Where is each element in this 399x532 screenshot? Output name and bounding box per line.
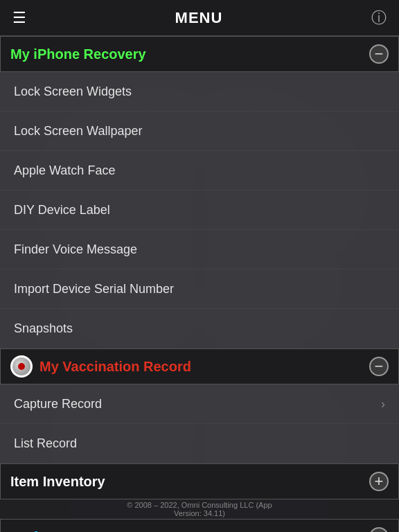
chevron-right-icon: › <box>381 397 385 411</box>
section-iphone-recovery-items: Lock Screen Widgets Lock Screen Wallpape… <box>0 72 399 348</box>
section-item-inventory-label: Item Inventory <box>10 474 105 490</box>
section-vaccination-items: Capture Record › List Record <box>0 384 399 463</box>
section-item-inventory-expand-button[interactable]: + <box>369 472 389 491</box>
section-iphone-recovery-collapse-button[interactable]: − <box>369 44 389 64</box>
section-vaccination-label: My Vaccination Record <box>39 359 191 375</box>
section-vaccination-collapse-button[interactable]: − <box>369 357 389 376</box>
section-preferences-expand-button[interactable]: + <box>369 527 389 532</box>
page-title: MENU <box>175 9 223 27</box>
info-icon[interactable]: ⓘ <box>371 8 387 28</box>
menu-item-apple-watch-face[interactable]: Apple Watch Face <box>0 151 399 190</box>
menu-content: My iPhone Recovery − Lock Screen Widgets… <box>0 36 399 532</box>
section-preferences-label: Preferences <box>10 529 90 533</box>
top-bar: ☰ MENU ⓘ <box>0 0 399 36</box>
section-vaccination-record-header: My Vaccination Record − <box>0 348 399 384</box>
vaccination-icon <box>10 355 33 378</box>
menu-item-lock-screen-wallpaper[interactable]: Lock Screen Wallpaper <box>0 112 399 151</box>
section-item-inventory-header: Item Inventory + <box>0 463 399 499</box>
menu-item-lock-screen-widgets[interactable]: Lock Screen Widgets <box>0 72 399 112</box>
section-iphone-recovery-header: My iPhone Recovery − <box>0 36 399 72</box>
hamburger-menu-icon[interactable]: ☰ <box>12 9 26 27</box>
menu-item-import-device-serial[interactable]: Import Device Serial Number <box>0 269 399 309</box>
menu-item-capture-record[interactable]: Capture Record › <box>0 384 399 424</box>
section-preferences-header: Preferences + <box>0 519 399 532</box>
menu-item-list-record[interactable]: List Record <box>0 424 399 463</box>
copyright-text: © 2008 – 2022, Omni Consulting LLC (App … <box>0 499 399 519</box>
menu-item-diy-device-label[interactable]: DIY Device Label <box>0 190 399 230</box>
menu-item-finder-voice-message[interactable]: Finder Voice Message <box>0 230 399 269</box>
menu-item-snapshots[interactable]: Snapshots <box>0 309 399 348</box>
section-iphone-recovery-label: My iPhone Recovery <box>10 46 146 62</box>
